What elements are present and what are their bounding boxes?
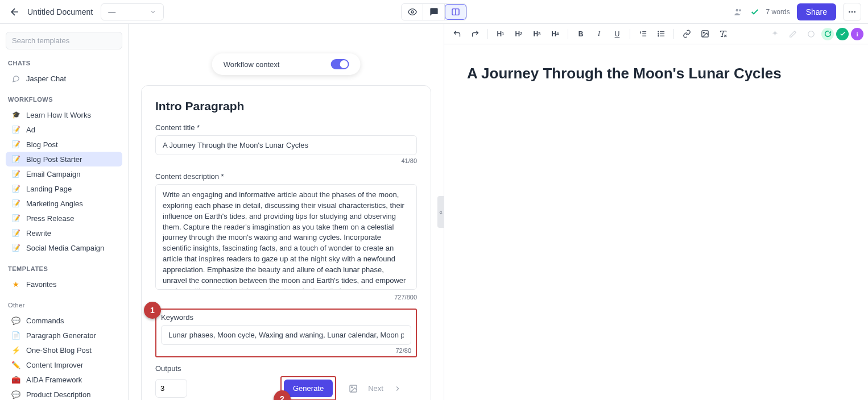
bold-button[interactable]: B (573, 27, 589, 41)
sidebar-item-social-media[interactable]: 📝Social Media Campaign (6, 240, 122, 255)
commands-icon: 💬 (11, 316, 20, 325)
workflow-icon: 📝 (11, 169, 20, 178)
collapse-handle[interactable]: « (437, 196, 444, 228)
sidebar-item-ad[interactable]: 📝Ad (6, 122, 122, 137)
project-dropdown[interactable]: — (101, 3, 164, 20)
keywords-input[interactable] (161, 325, 411, 345)
clear-format-icon (719, 30, 728, 38)
sidebar-item-jasper-chat[interactable]: Jasper Chat (6, 71, 122, 86)
other-section-label: Other (6, 302, 122, 309)
sidebar-item-label: Marketing Angles (26, 199, 83, 208)
svg-point-16 (658, 31, 658, 32)
collaborators-icon[interactable] (733, 7, 743, 17)
sidebar-item-paragraph-gen[interactable]: 📄Paragraph Generator (6, 328, 122, 343)
underline-button[interactable]: U (609, 27, 625, 41)
content-title-input[interactable] (155, 135, 417, 155)
workflows-section-label: WORKFLOWS (6, 96, 122, 103)
grammarly-badge[interactable] (821, 28, 834, 40)
search-input[interactable] (6, 32, 122, 49)
more-options-button[interactable] (843, 3, 861, 21)
h2-button[interactable]: H2 (511, 27, 527, 41)
main-area: CHATS Jasper Chat WORKFLOWS 🎓Learn How I… (0, 24, 868, 400)
chat-mode-button[interactable] (423, 4, 445, 20)
sidebar-item-label: Rewrite (26, 229, 51, 238)
star-icon: ★ (11, 280, 20, 289)
workflow-context-pill: Workflow context (212, 53, 361, 75)
link-button[interactable] (679, 27, 695, 41)
context-toggle[interactable] (330, 59, 349, 69)
context-label: Workflow context (224, 60, 280, 69)
sidebar-item-label: Blog Post Starter (26, 155, 82, 164)
h3-button[interactable]: H3 (529, 27, 545, 41)
undo-icon (453, 30, 461, 38)
link-icon (683, 30, 691, 38)
share-button[interactable]: Share (797, 3, 836, 20)
workflow-icon: 📝 (11, 184, 20, 193)
svg-point-9 (352, 386, 353, 388)
image-button[interactable] (697, 27, 713, 41)
generate-highlight-box: Generate 2 (280, 376, 336, 400)
sidebar-item-label: Favorites (26, 280, 56, 289)
aida-icon: 🧰 (11, 375, 20, 384)
h1-button[interactable]: H1 (493, 27, 509, 41)
sidebar-item-label: Learn How It Works (26, 111, 91, 119)
preview-mode-button[interactable] (402, 4, 423, 20)
ordered-list-button[interactable] (635, 27, 651, 41)
workflow-icon: 📝 (11, 228, 20, 238)
svg-point-6 (852, 11, 853, 13)
dropdown-value: — (108, 7, 115, 16)
edit-button[interactable] (785, 27, 801, 41)
chat-bubble-icon (11, 74, 20, 83)
outputs-input[interactable] (155, 379, 187, 398)
more-horizontal-icon (848, 7, 857, 16)
undo-button[interactable] (449, 27, 465, 41)
sidebar-item-landing-page[interactable]: 📝Landing Page (6, 181, 122, 196)
outputs-row: Generate 2 Next (155, 376, 417, 400)
content-title-count: 41/80 (155, 157, 417, 164)
separator (673, 29, 674, 39)
split-mode-button[interactable] (445, 4, 466, 20)
document-title[interactable]: Untitled Document (27, 7, 93, 16)
sidebar-item-blog-post[interactable]: 📝Blog Post (6, 137, 122, 152)
workflow-icon: 📝 (11, 214, 20, 223)
annotation-badge-1: 1 (144, 302, 161, 319)
keywords-label: Keywords (161, 313, 411, 322)
sidebar-item-label: Landing Page (26, 185, 72, 193)
next-label[interactable]: Next (368, 384, 383, 393)
sidebar-item-marketing-angles[interactable]: 📝Marketing Angles (6, 196, 122, 211)
italic-button[interactable]: I (591, 27, 607, 41)
sidebar-item-favorites[interactable]: ★Favorites (6, 277, 122, 291)
svg-point-20 (703, 32, 704, 33)
sidebar-item-commands[interactable]: 💬Commands (6, 313, 122, 328)
sidebar-item-oneshot-blog[interactable]: ⚡One-Shot Blog Post (6, 343, 122, 357)
clear-format-button[interactable] (715, 27, 731, 41)
unordered-list-button[interactable] (653, 27, 669, 41)
svg-point-23 (808, 31, 815, 37)
editor-content[interactable]: A Journey Through the Moon's Lunar Cycle… (444, 44, 868, 400)
sidebar-item-email-campaign[interactable]: 📝Email Campaign (6, 166, 122, 181)
sidebar-item-press-release[interactable]: 📝Press Release (6, 211, 122, 226)
form-title: Intro Paragraph (155, 99, 417, 113)
ai-sparkle-button[interactable] (767, 27, 783, 41)
content-description-input[interactable] (155, 184, 417, 290)
sidebar-item-product-desc[interactable]: 💬Product Description (6, 387, 122, 400)
svg-point-5 (849, 11, 850, 13)
sidebar-item-rewrite[interactable]: 📝Rewrite (6, 226, 122, 240)
circle-button[interactable] (803, 27, 819, 41)
sidebar-item-learn[interactable]: 🎓Learn How It Works (6, 107, 122, 122)
sidebar-item-blog-post-starter[interactable]: 📝Blog Post Starter (6, 152, 122, 166)
shield-badge[interactable] (836, 28, 849, 40)
svg-point-3 (735, 9, 738, 11)
separator (487, 29, 488, 39)
sidebar-item-content-improver[interactable]: ✏️Content Improver (6, 357, 122, 372)
unordered-list-icon (657, 30, 666, 38)
generate-button[interactable]: Generate (284, 380, 333, 397)
image-icon[interactable] (349, 384, 358, 393)
info-badge[interactable]: i (851, 28, 863, 40)
h4-button[interactable]: H4 (547, 27, 563, 41)
keywords-highlight-box: 1 Keywords 72/80 (155, 309, 417, 357)
redo-button[interactable] (467, 27, 483, 41)
back-button[interactable] (7, 4, 23, 20)
sidebar-item-aida[interactable]: 🧰AIDA Framework (6, 372, 122, 387)
product-icon: 💬 (11, 390, 20, 399)
